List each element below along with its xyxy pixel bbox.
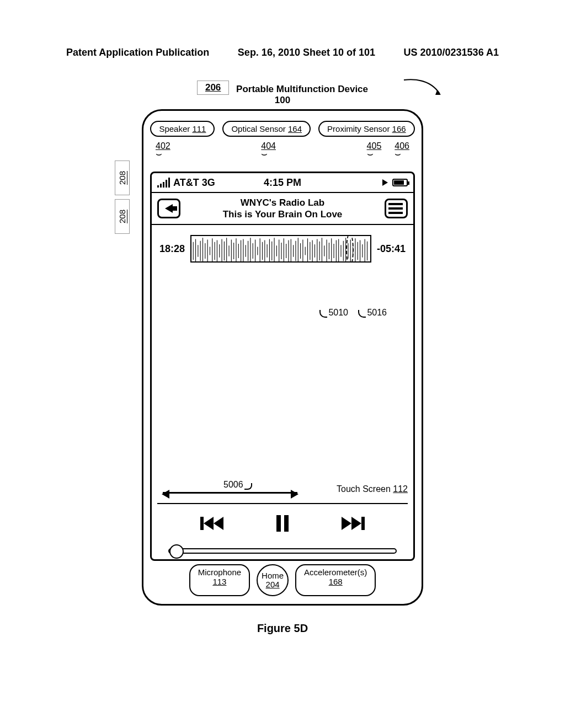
callout-5010: 5010 [319, 308, 348, 318]
header-publication: Patent Application Publication [66, 47, 209, 58]
header-date-sheet: Sep. 16, 2010 Sheet 10 of 101 [238, 47, 375, 58]
ref-5006: 5006 [223, 480, 252, 490]
optical-sensor-label: Optical Sensor 164 [222, 121, 311, 137]
swipe-gesture-arrow-icon [163, 492, 297, 494]
microphone-label: Microphone113 [189, 564, 250, 596]
figure-caption: Figure 5D [103, 622, 462, 635]
ref-208-b: 208 [115, 199, 130, 234]
next-button[interactable] [342, 517, 365, 530]
elapsed-time: 18:28 [159, 243, 185, 255]
playhead-icon [346, 235, 354, 263]
track-list-button[interactable] [385, 199, 408, 218]
speaker-label: Speaker 111 [150, 121, 215, 137]
now-playing-title: WNYC's Radio Lab This is Your Brain On L… [180, 197, 385, 221]
callout-5016: 5016 [358, 308, 387, 318]
volume-knob-icon [169, 544, 184, 559]
waveform-icon [191, 236, 370, 263]
status-time: 4:15 PM [241, 177, 324, 189]
device-title: Portable Multifunction Device [236, 84, 368, 94]
pause-button[interactable] [276, 515, 289, 532]
album-art-area[interactable] [152, 272, 413, 482]
status-bar: AT&T 3G 4:15 PM [152, 173, 413, 193]
title-arrow-icon [401, 77, 445, 102]
signal-icon [157, 178, 170, 188]
ref-208-a: 208 [115, 160, 130, 195]
carrier-label: AT&T 3G [173, 177, 215, 189]
header-pub-number: US 2010/0231536 A1 [404, 47, 499, 58]
scrubber-waveform[interactable] [190, 235, 371, 263]
device-frame: 208 208 Speaker 111 Optical Sensor 164 P… [142, 109, 423, 606]
accelerometer-label: Accelerometer(s)168 [295, 564, 376, 596]
home-button[interactable]: Home204 [257, 564, 289, 596]
proximity-sensor-label: Proximity Sensor 166 [318, 121, 415, 137]
touch-screen[interactable]: AT&T 3G 4:15 PM WNYC's Radio Lab This is… [150, 172, 415, 561]
battery-icon [392, 179, 408, 186]
volume-slider[interactable] [168, 548, 397, 554]
back-arrow-icon [165, 204, 173, 213]
play-indicator-icon [382, 179, 388, 186]
device-ref-100: 100 [275, 95, 290, 105]
touch-screen-label: Touch Screen 112 [337, 484, 408, 494]
remaining-time: -05:41 [377, 243, 406, 255]
ref-206-box: 206 [197, 81, 229, 95]
back-button[interactable] [157, 199, 180, 218]
previous-button[interactable] [200, 517, 223, 530]
